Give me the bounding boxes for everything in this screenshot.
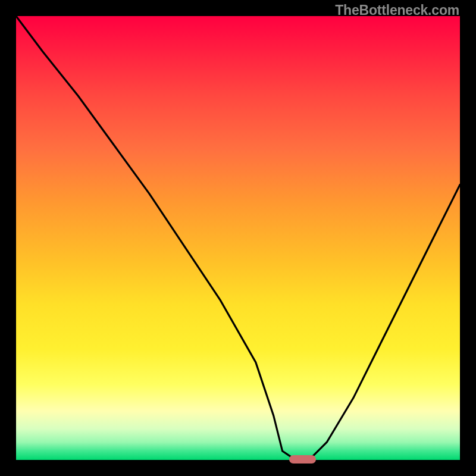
optimal-marker <box>289 455 316 464</box>
chart-frame: TheBottleneck.com <box>0 0 476 476</box>
bottleneck-curve <box>16 16 460 460</box>
watermark-text: TheBottleneck.com <box>335 2 459 18</box>
chart-plot-area <box>16 16 460 460</box>
